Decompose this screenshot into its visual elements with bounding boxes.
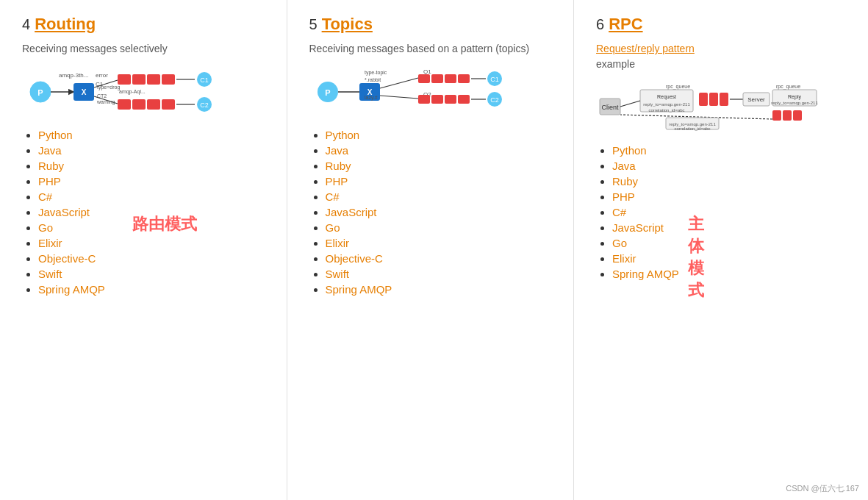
list-item: Ruby: [612, 175, 846, 188]
link-js-routing[interactable]: JavaScript: [38, 206, 90, 218]
svg-text:C2: C2: [200, 101, 209, 109]
list-item: Python: [326, 129, 552, 141]
lang-list-topics: Python Java Ruby PHP C# JavaScript Go El…: [309, 129, 552, 296]
link-elixir-topics[interactable]: Elixir: [326, 237, 350, 249]
svg-rect-40: [418, 74, 430, 83]
section-desc-rpc: Request/reply pattern example: [596, 41, 846, 72]
list-item: Spring AMQP: [612, 268, 846, 280]
list-item: PHP: [612, 190, 846, 203]
column-routing: 4 Routing Receiving messages selectively…: [0, 0, 287, 500]
svg-rect-13: [162, 74, 175, 85]
list-item: JavaScript: [326, 206, 552, 218]
svg-rect-11: [132, 74, 146, 85]
link-java-routing[interactable]: Java: [38, 144, 62, 157]
svg-text:Client: Client: [601, 104, 619, 111]
list-item: Spring AMQP: [38, 283, 265, 296]
svg-text:warning: warning: [96, 99, 115, 105]
svg-text:*.rabbit: *.rabbit: [365, 77, 381, 82]
link-objc-routing[interactable]: Objective-C: [38, 252, 96, 265]
link-elixir-rpc[interactable]: Elixir: [612, 252, 636, 265]
svg-rect-47: [458, 95, 470, 104]
list-item: Objective-C: [326, 252, 552, 265]
section-title-topics[interactable]: Topics: [322, 15, 373, 34]
svg-text:P: P: [325, 88, 330, 97]
section-number-routing: 4: [22, 16, 30, 33]
link-csharp-topics[interactable]: C#: [326, 190, 340, 203]
svg-rect-64: [720, 93, 728, 106]
svg-rect-19: [132, 99, 146, 110]
list-item: Swift: [38, 268, 265, 280]
svg-rect-18: [118, 99, 131, 110]
link-swift-topics[interactable]: Swift: [326, 268, 350, 280]
section-desc-topics: Receiving messages based on a pattern (t…: [309, 41, 552, 57]
svg-text:rpc_queue: rpc_queue: [666, 84, 690, 90]
link-spring-topics[interactable]: Spring AMQP: [326, 283, 392, 296]
link-python-topics[interactable]: Python: [326, 129, 360, 141]
list-item: Ruby: [326, 160, 552, 172]
page-container: 4 Routing Receiving messages selectively…: [0, 0, 868, 500]
svg-text:C1: C1: [490, 76, 499, 83]
link-js-topics[interactable]: JavaScript: [326, 206, 377, 218]
link-csharp-routing[interactable]: C#: [38, 190, 52, 203]
link-spring-routing[interactable]: Spring AMQP: [38, 283, 105, 296]
list-item: Elixir: [38, 237, 265, 249]
link-ruby-topics[interactable]: Ruby: [326, 160, 351, 172]
svg-rect-21: [162, 99, 175, 110]
svg-text:reply_to=amqp.gen-211: reply_to=amqp.gen-211: [643, 102, 690, 107]
svg-rect-74: [793, 110, 802, 121]
list-item: Elixir: [326, 237, 552, 249]
link-python-rpc[interactable]: Python: [612, 144, 647, 157]
svg-rect-62: [699, 93, 708, 106]
link-java-rpc[interactable]: Java: [612, 160, 636, 172]
list-item: C#: [326, 190, 552, 203]
svg-rect-43: [458, 74, 470, 83]
section-title-rpc[interactable]: RPC: [609, 15, 642, 34]
link-elixir-routing[interactable]: Elixir: [38, 237, 62, 249]
svg-line-61: [620, 101, 640, 107]
list-item: PHP: [38, 175, 265, 188]
section-header-rpc: 6 RPC: [596, 15, 846, 34]
list-item: Python: [612, 144, 846, 157]
list-item: Java: [38, 144, 265, 157]
link-js-rpc[interactable]: JavaScript: [612, 221, 664, 234]
link-go-routing[interactable]: Go: [38, 221, 53, 234]
link-python-routing[interactable]: Python: [38, 129, 73, 141]
svg-text:rpc_queue: rpc_queue: [776, 84, 800, 90]
list-item: Elixir: [612, 252, 846, 265]
list-item: Java: [326, 144, 552, 157]
svg-text:Request: Request: [657, 94, 676, 100]
svg-rect-20: [147, 99, 160, 110]
svg-text:amqp-Aql...: amqp-Aql...: [119, 89, 146, 95]
svg-line-37: [380, 96, 418, 99]
link-php-rpc[interactable]: PHP: [612, 190, 635, 203]
svg-line-36: [380, 78, 418, 88]
svg-rect-42: [445, 74, 456, 83]
link-php-routing[interactable]: PHP: [38, 175, 61, 188]
link-csharp-rpc[interactable]: C#: [612, 206, 626, 218]
svg-text:type-topic: type-topic: [365, 70, 387, 76]
section-number-rpc: 6: [596, 16, 604, 33]
link-rpc-pattern[interactable]: Request/reply pattern: [596, 43, 695, 54]
link-go-rpc[interactable]: Go: [612, 237, 627, 249]
link-go-topics[interactable]: Go: [326, 221, 340, 234]
link-swift-routing[interactable]: Swift: [38, 268, 62, 280]
lang-list-routing: Python Java Ruby PHP C# JavaScript Go El…: [22, 129, 265, 296]
svg-text:X: X: [82, 88, 87, 96]
svg-text:Server: Server: [747, 96, 765, 103]
svg-text:amqp-3th...: amqp-3th...: [59, 72, 88, 79]
list-item: Go: [38, 221, 265, 234]
lang-list-rpc: Python Java Ruby PHP C# JavaScript Go El…: [596, 144, 846, 280]
link-objc-topics[interactable]: Objective-C: [326, 252, 383, 265]
list-item: Java: [612, 160, 846, 172]
svg-text:C1: C1: [200, 76, 209, 84]
section-title-routing[interactable]: Routing: [35, 15, 96, 34]
link-spring-rpc[interactable]: Spring AMQP: [612, 268, 679, 280]
link-java-topics[interactable]: Java: [326, 144, 349, 157]
link-ruby-routing[interactable]: Ruby: [38, 160, 64, 172]
list-item: Swift: [326, 268, 552, 280]
list-item: Python: [38, 129, 265, 141]
link-ruby-rpc[interactable]: Ruby: [612, 175, 638, 188]
section-header-routing: 4 Routing: [22, 15, 265, 34]
link-php-topics[interactable]: PHP: [326, 175, 348, 188]
section-number-topics: 5: [309, 16, 318, 33]
